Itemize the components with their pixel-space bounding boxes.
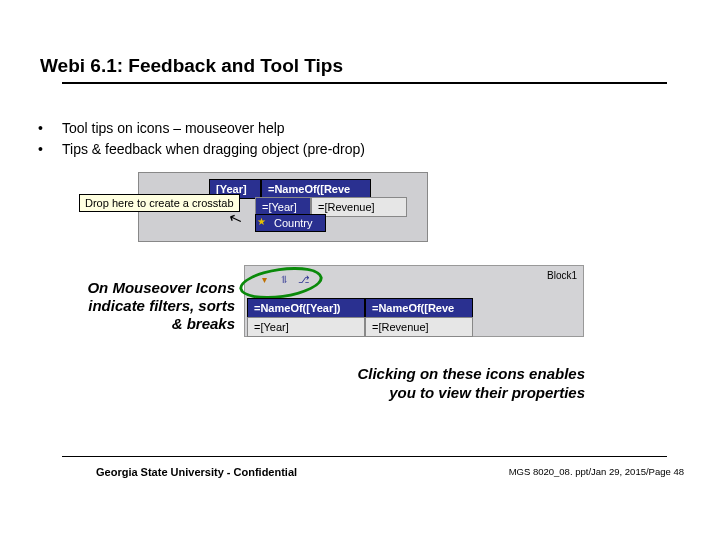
data-cell: =[Revenue] [365, 317, 473, 337]
bullet-dot: • [38, 139, 62, 160]
tooltip: Drop here to create a crosstab [79, 194, 240, 212]
slide-title: Webi 6.1: Feedback and Tool Tips [40, 55, 343, 77]
caption-line: indicate filters, sorts [60, 297, 235, 315]
header-cell: =NameOf([Reve [261, 179, 371, 199]
bullet-text: Tips & feedback when dragging object (pr… [62, 139, 365, 160]
caption-line: you to view their properties [275, 384, 585, 403]
cursor-icon: ↖ [226, 207, 245, 229]
header-cell: =NameOf([Year]) [247, 298, 365, 318]
header-cell: =NameOf([Reve [365, 298, 473, 318]
table-row: =[Year] =[Revenue] [247, 317, 473, 337]
bullet-item: • Tips & feedback when dragging object (… [38, 139, 365, 160]
bullet-item: • Tool tips on icons – mouseover help [38, 118, 365, 139]
caption-line: Clicking on these icons enables [275, 365, 585, 384]
table-header-row: =NameOf([Year]) =NameOf([Reve [247, 298, 473, 318]
title-rule [62, 82, 667, 84]
table-header-row: [Year] =NameOf([Reve [209, 179, 427, 199]
bullet-text: Tool tips on icons – mouseover help [62, 118, 285, 139]
footer-page-info: MGS 8020_08. ppt/Jan 29, 2015/Page 48 [509, 466, 684, 477]
caption-click: Clicking on these icons enables you to v… [275, 365, 585, 403]
screenshot-icon-indicators: Block1 ▾ ⥮ ⎇ =NameOf([Year]) =NameOf([Re… [244, 265, 584, 337]
caption-mouseover: On Mouseover Icons indicate filters, sor… [60, 279, 235, 333]
slide: Webi 6.1: Feedback and Tool Tips • Tool … [0, 0, 720, 540]
bullet-list: • Tool tips on icons – mouseover help • … [38, 118, 365, 160]
footer-confidential: Georgia State University - Confidential [96, 466, 297, 478]
screenshot-drag-feedback: [Year] =NameOf([Reve =[Year] =[Revenue] … [138, 172, 428, 242]
bullet-dot: • [38, 118, 62, 139]
data-cell: =[Year] [247, 317, 365, 337]
footer-rule [62, 456, 667, 457]
block-label: Block1 [547, 270, 577, 281]
caption-line: On Mouseover Icons [60, 279, 235, 297]
caption-line: & breaks [60, 315, 235, 333]
star-icon: ★ [257, 216, 266, 227]
